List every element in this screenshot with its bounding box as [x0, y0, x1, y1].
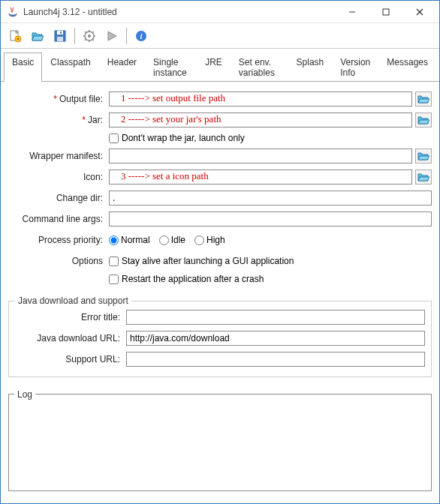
- output-file-browse[interactable]: [415, 92, 432, 106]
- titlebar: Launch4j 3.12 - untitled: [1, 1, 439, 23]
- stay-alive-checkbox[interactable]: [109, 256, 119, 266]
- tab-env[interactable]: Set env. variables: [231, 52, 288, 82]
- priority-high-label: High: [206, 235, 225, 245]
- svg-point-11: [88, 34, 91, 38]
- tab-messages[interactable]: Messages: [378, 52, 436, 82]
- close-button[interactable]: [402, 2, 436, 22]
- maximize-button[interactable]: [369, 2, 402, 22]
- svg-rect-8: [57, 37, 63, 41]
- output-file-input[interactable]: [109, 92, 412, 106]
- priority-normal-radio[interactable]: [109, 236, 119, 245]
- error-title-input[interactable]: [126, 310, 425, 325]
- save-button[interactable]: [50, 26, 70, 46]
- tab-bar: Basic Classpath Header Single instance J…: [1, 49, 439, 82]
- java-download-group: Java download and support Error title: J…: [8, 301, 432, 377]
- priority-high-radio[interactable]: [194, 236, 204, 245]
- change-dir-label: Change dir:: [8, 193, 109, 203]
- change-dir-input[interactable]: [109, 190, 432, 206]
- wrapper-manifest-input[interactable]: [109, 148, 412, 164]
- log-textarea[interactable]: [8, 394, 432, 491]
- java-download-legend: Java download and support: [15, 296, 131, 306]
- support-url-label: Support URL:: [15, 354, 126, 364]
- tab-header[interactable]: Header: [99, 52, 145, 82]
- icon-browse[interactable]: [415, 170, 432, 184]
- java-icon: [7, 6, 19, 18]
- priority-label: Process priority:: [8, 235, 109, 245]
- minimize-button[interactable]: [335, 2, 369, 22]
- tab-single-instance[interactable]: Single instance: [145, 52, 197, 82]
- svg-rect-9: [60, 32, 62, 34]
- svg-rect-1: [383, 9, 389, 15]
- error-title-label: Error title:: [15, 312, 126, 322]
- dont-wrap-checkbox[interactable]: [109, 134, 119, 143]
- dont-wrap-label: Dont't wrap the jar, launch only: [122, 133, 245, 143]
- jar-input[interactable]: [109, 112, 412, 128]
- jar-label: *Jar:: [8, 115, 109, 125]
- icon-input[interactable]: [109, 170, 412, 184]
- log-legend: Log: [14, 389, 35, 400]
- svg-line-17: [93, 39, 95, 40]
- toolbar: i: [1, 23, 439, 49]
- jar-browse[interactable]: [415, 112, 432, 128]
- svg-line-16: [85, 32, 86, 33]
- toolbar-separator: [126, 28, 127, 44]
- settings-button[interactable]: [80, 26, 99, 46]
- log-group: Log: [8, 383, 432, 494]
- basic-form: *Output file: 1 -----> set output file p…: [1, 82, 439, 293]
- priority-idle-label: Idle: [171, 235, 185, 245]
- tab-version[interactable]: Version Info: [332, 52, 378, 82]
- java-url-input[interactable]: [126, 331, 425, 346]
- output-file-label: *Output file:: [8, 94, 109, 104]
- restart-label: Restart the application after a crash: [122, 274, 264, 284]
- support-url-input[interactable]: [126, 352, 425, 367]
- priority-idle-radio[interactable]: [159, 236, 169, 245]
- icon-label: Icon:: [8, 172, 109, 182]
- priority-normal-label: Normal: [121, 235, 150, 245]
- restart-checkbox[interactable]: [109, 274, 119, 284]
- toolbar-separator: [74, 28, 75, 44]
- tab-splash[interactable]: Splash: [288, 52, 333, 82]
- wrapper-manifest-label: Wrapper manifest:: [8, 151, 109, 161]
- svg-line-19: [93, 32, 95, 33]
- window-title: Launch4j 3.12 - untitled: [23, 7, 335, 17]
- new-button[interactable]: [5, 26, 25, 46]
- java-url-label: Java download URL:: [15, 333, 126, 344]
- info-button[interactable]: i: [131, 26, 151, 46]
- cmd-args-input[interactable]: [109, 212, 432, 226]
- tab-jre[interactable]: JRE: [197, 52, 231, 82]
- open-button[interactable]: [28, 26, 47, 46]
- tab-classpath[interactable]: Classpath: [42, 52, 98, 82]
- tab-basic[interactable]: Basic: [4, 52, 42, 82]
- options-label: Options: [8, 256, 109, 266]
- stay-alive-label: Stay alive after launching a GUI applica…: [122, 256, 294, 266]
- wrapper-manifest-browse[interactable]: [415, 148, 432, 164]
- run-button[interactable]: [102, 26, 122, 46]
- cmd-args-label: Command line args:: [8, 214, 109, 224]
- svg-line-18: [85, 39, 86, 40]
